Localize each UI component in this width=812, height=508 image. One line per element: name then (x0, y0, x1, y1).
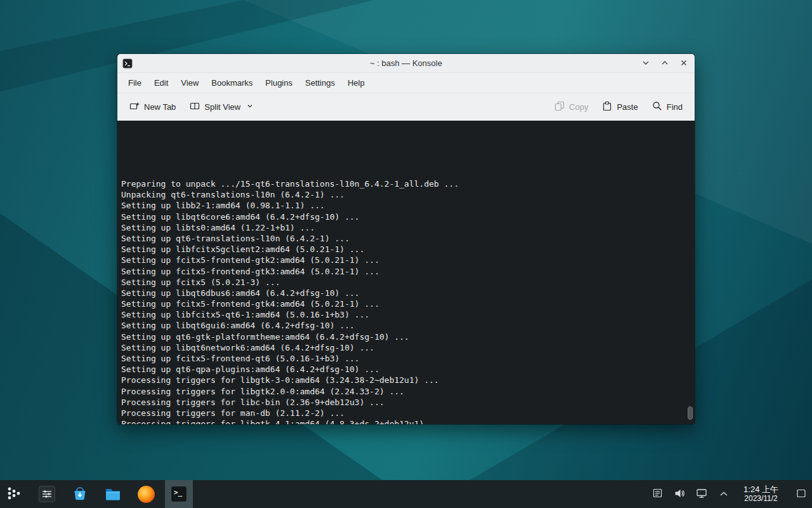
taskbar-left: >_ (0, 480, 193, 508)
notifications-icon (652, 488, 663, 500)
clock-widget[interactable]: 1:24 上午 2023/11/2 (740, 485, 782, 504)
konsole-app-icon (122, 58, 133, 69)
copy-label: Copy (569, 102, 588, 112)
display-icon (696, 488, 707, 501)
terminal-output-line: Processing triggers for libgtk-4-1:amd64… (121, 418, 684, 424)
terminal-output-line: Setting up qt6-translations-l10n (6.4.2-… (121, 233, 684, 244)
terminal-output-line: Processing triggers for man-db (2.11.2-2… (121, 408, 684, 418)
clock-time: 1:24 上午 (743, 485, 778, 494)
terminal-output-line: Preparing to unpack .../15-qt6-translati… (121, 178, 684, 189)
menu-item[interactable]: Bookmarks (206, 75, 258, 91)
menu-item[interactable]: Plugins (259, 75, 298, 91)
show-desktop-icon (796, 488, 806, 500)
terminal-output-line: Processing triggers for libc-bin (2.36-9… (121, 397, 684, 408)
display-tray-button[interactable] (695, 485, 708, 503)
terminal-output-line: Setting up libqt6network6:amd64 (6.4.2+d… (121, 342, 684, 353)
taskbar-item-mixer[interactable] (33, 480, 61, 508)
close-button[interactable] (677, 57, 691, 70)
paste-icon (602, 101, 612, 113)
maximize-button[interactable] (658, 57, 672, 70)
chevron-down-icon (246, 102, 254, 112)
copy-button[interactable]: Copy (549, 97, 594, 117)
sliders-icon (39, 486, 55, 502)
expand-tray-button[interactable] (717, 485, 730, 503)
terminal-view[interactable]: Preparing to unpack .../15-qt6-translati… (117, 121, 695, 424)
app-launcher-button[interactable] (0, 480, 28, 508)
terminal-output-line: Setting up fcitx5 (5.0.21-3) ... (121, 277, 684, 288)
minimize-icon (642, 59, 650, 69)
konsole-window: ~ : bash — Konsole FileEditViewBookmarks… (117, 54, 695, 424)
taskbar-item-firefox[interactable] (132, 480, 160, 508)
taskbar-item-discover[interactable] (66, 480, 94, 508)
window-controls (639, 54, 691, 73)
menu-item[interactable]: Edit (148, 75, 174, 91)
konsole-icon: >_ (171, 486, 187, 502)
terminal-scrollbar-thumb[interactable] (688, 406, 693, 420)
notifications-tray-button[interactable] (651, 485, 664, 503)
folder-icon (105, 485, 121, 504)
terminal-output-line: Setting up libqt6dbus6:amd64 (6.4.2+dfsg… (121, 288, 684, 298)
find-button[interactable]: Find (646, 97, 688, 117)
terminal-output-line: Setting up libb2-1:amd64 (0.98.1-1.1) ..… (121, 200, 684, 211)
taskbar-panel: >_ 1:24 上午 2023/11/2 (0, 480, 812, 508)
discover-icon (72, 485, 88, 504)
terminal-output-line: Unpacking qt6-translations-l10n (6.4.2-1… (121, 189, 684, 200)
terminal-output-line: Processing triggers for libgtk-3-0:amd64… (121, 375, 684, 385)
taskbar-item-file-manager[interactable] (99, 480, 127, 508)
system-tray: 1:24 上午 2023/11/2 (651, 480, 808, 508)
window-title: ~ : bash — Konsole (117, 58, 695, 68)
paste-label: Paste (617, 102, 638, 112)
copy-icon (554, 101, 565, 113)
terminal-output-line: Setting up qt6-gtk-platformtheme:amd64 (… (121, 331, 684, 342)
terminal-output-line: Setting up qt6-qpa-plugins:amd64 (6.4.2+… (121, 364, 684, 375)
split-view-button[interactable]: Split View (184, 97, 259, 117)
terminal-output-line: Setting up libfcitx5-qt6-1:amd64 (5.0.16… (121, 309, 684, 320)
new-tab-icon (129, 101, 140, 113)
terminal-output-line: Setting up fcitx5-frontend-gtk4:amd64 (5… (121, 298, 684, 309)
terminal-output-line: Setting up libfcitx5gclient2:amd64 (5.0.… (121, 244, 684, 255)
caret-up-icon (719, 490, 728, 499)
terminal-output: Preparing to unpack .../15-qt6-translati… (121, 145, 684, 424)
new-tab-label: New Tab (144, 102, 176, 112)
toolbar: New Tab Split View Copy Paste Find (117, 93, 695, 121)
terminal-output-line: Setting up fcitx5-frontend-gtk2:amd64 (5… (121, 255, 684, 265)
paste-button[interactable]: Paste (596, 97, 643, 117)
terminal-output-line: Setting up libts0:amd64 (1.22-1+b1) ... (121, 222, 684, 233)
find-label: Find (667, 102, 683, 112)
split-view-icon (190, 101, 200, 113)
terminal-output-line: Setting up libqt6core6:amd64 (6.4.2+dfsg… (121, 211, 684, 222)
titlebar[interactable]: ~ : bash — Konsole (117, 54, 695, 73)
menu-item[interactable]: Settings (299, 75, 341, 91)
terminal-output-line: Setting up libqt6gui6:amd64 (6.4.2+dfsg-… (121, 320, 684, 331)
taskbar-item-konsole-active[interactable]: >_ (165, 480, 193, 508)
terminal-output-line: Setting up fcitx5-frontend-qt6 (5.0.16-1… (121, 353, 684, 364)
menu-bar: FileEditViewBookmarksPluginsSettingsHelp (117, 73, 695, 93)
split-view-label: Split View (204, 102, 240, 112)
show-desktop-button[interactable] (794, 485, 808, 503)
close-icon (680, 59, 688, 69)
volume-tray-button[interactable] (673, 485, 686, 503)
app-launcher-icon (6, 485, 22, 504)
menu-item[interactable]: Help (342, 75, 370, 91)
firefox-icon (138, 486, 155, 503)
menu-item[interactable]: View (175, 75, 204, 91)
find-icon (652, 101, 662, 113)
maximize-icon (661, 59, 669, 69)
new-tab-button[interactable]: New Tab (124, 97, 181, 117)
menu-item[interactable]: File (122, 75, 147, 91)
minimize-button[interactable] (639, 57, 653, 70)
volume-icon (674, 488, 685, 501)
clock-date: 2023/11/2 (743, 494, 778, 504)
terminal-output-line: Processing triggers for libgtk2.0-0:amd6… (121, 386, 684, 397)
terminal-output-line: Setting up fcitx5-frontend-gtk3:amd64 (5… (121, 266, 684, 277)
